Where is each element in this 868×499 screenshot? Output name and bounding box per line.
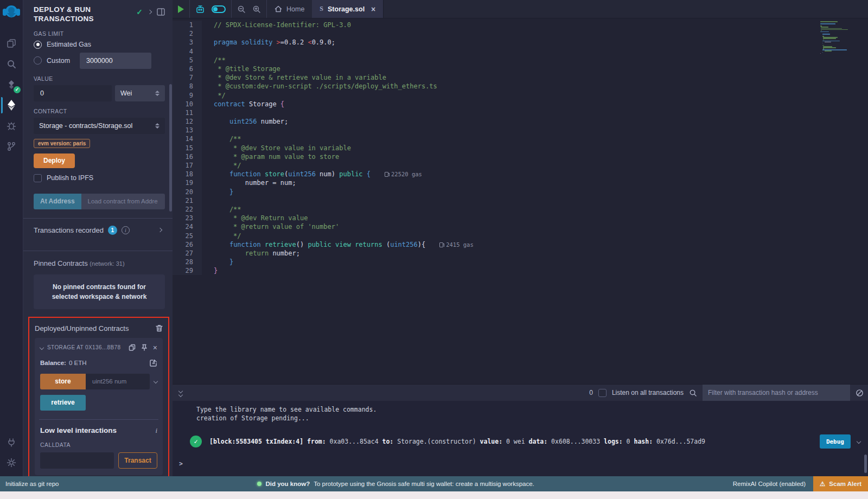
copy-address-icon[interactable] (129, 344, 136, 351)
deployed-contracts-title: Deployed/Unpinned Contracts (35, 324, 129, 332)
balance-label: Balance: (40, 360, 66, 366)
close-tab-icon[interactable]: × (371, 5, 375, 14)
terminal-filter-input[interactable] (703, 385, 850, 401)
calldata-input[interactable] (40, 452, 114, 469)
pin-panel-icon[interactable] (157, 8, 165, 16)
terminal-scrollbar[interactable] (864, 455, 867, 473)
remove-contract-icon[interactable]: × (153, 343, 157, 352)
deploy-run-icon[interactable] (1, 95, 22, 116)
trash-icon[interactable] (156, 324, 163, 332)
tx-success-icon: ✓ (190, 436, 202, 447)
solidity-compiler-icon[interactable]: ✓ (1, 74, 22, 95)
at-address-button[interactable]: At Address (34, 194, 81, 209)
settings-gear-icon[interactable] (1, 452, 22, 473)
balance-value: 0 ETH (69, 360, 87, 366)
zoom-out-icon[interactable] (237, 5, 246, 14)
low-level-label: Low level interactions (40, 426, 117, 434)
contract-instance-label: STORAGE AT 0X136...8B78 (47, 344, 120, 350)
code-line: 13 (173, 126, 868, 135)
git-init-status[interactable]: Initialize as git repo (5, 481, 59, 487)
transactions-info-icon[interactable]: i (122, 226, 130, 234)
calldata-label: CALLDATA (40, 442, 157, 448)
code-line: 1// SPDX-License-Identifier: GPL-3.0 (173, 21, 868, 29)
deployed-contract-card: STORAGE AT 0X136...8B78 × Balance: 0 ETH… (35, 338, 163, 475)
transaction-log-row[interactable]: ✓ [block:5583405 txIndex:4] from: 0xa03.… (190, 434, 868, 449)
store-arg-input[interactable] (86, 374, 150, 389)
tab-storage-sol[interactable]: S Storage.sol × (312, 0, 384, 18)
expand-tx-icon[interactable] (857, 439, 861, 444)
code-line: 21 (173, 196, 868, 205)
plugin-manager-icon[interactable] (1, 432, 22, 452)
store-function-button[interactable]: store (40, 374, 86, 389)
scam-alert-button[interactable]: ⚠ Scam Alert (813, 476, 868, 491)
edit-balance-icon[interactable] (150, 359, 157, 367)
pin-contract-icon[interactable] (141, 344, 148, 351)
clear-console-icon[interactable] (856, 389, 864, 397)
estimated-gas-radio[interactable] (34, 41, 42, 49)
remix-logo-icon[interactable] (3, 4, 20, 21)
at-address-input[interactable] (81, 194, 165, 209)
transactions-recorded-label: Transactions recorded (34, 226, 104, 234)
pending-tx-count: 0 (589, 389, 593, 396)
compile-success-badge: ✓ (14, 86, 21, 93)
home-icon (275, 5, 282, 12)
solidity-file-icon: S (320, 5, 323, 13)
icon-rail: ✓ (0, 0, 23, 476)
code-line: 11 (173, 108, 868, 117)
pinned-contracts-empty: No pinned contracts found for selected w… (34, 274, 165, 309)
code-line: 14 /** (173, 135, 868, 143)
run-script-icon[interactable] (178, 5, 184, 13)
debug-button[interactable]: Debug (820, 434, 851, 449)
contract-collapse-icon[interactable] (40, 346, 44, 350)
custom-gas-radio[interactable] (34, 56, 42, 65)
terminal-prompt[interactable]: > (179, 460, 183, 468)
deploy-run-panel: DEPLOY & RUN TRANSACTIONS ✓ GAS LIMIT Es… (23, 0, 173, 476)
code-line: 3pragma solidity >=0.8.2 <0.9.0; (173, 38, 868, 47)
code-line: 9 */ (173, 91, 868, 100)
low-level-info-icon[interactable]: i (155, 426, 157, 435)
pinned-contracts-title: Pinned Contracts (network: 31) (34, 259, 165, 267)
contract-select[interactable]: Storage - contracts/Storage.sol (34, 118, 165, 134)
code-line: 29} (173, 266, 868, 275)
code-line: 27 return number; (173, 249, 868, 258)
value-unit-select[interactable]: Wei (115, 85, 165, 101)
file-explorer-icon[interactable] (1, 33, 22, 54)
value-input[interactable] (34, 85, 112, 101)
code-line: 22 /** (173, 205, 868, 214)
code-line: 5/** (173, 56, 868, 65)
debugger-icon[interactable] (1, 116, 22, 136)
gas-limit-label: GAS LIMIT (34, 30, 165, 37)
publish-ipfs-checkbox[interactable] (34, 174, 42, 182)
custom-gas-option[interactable]: Custom (34, 53, 165, 69)
remixai-robot-icon[interactable] (195, 5, 205, 14)
listen-all-checkbox[interactable] (598, 389, 607, 397)
tab-home[interactable]: Home (267, 0, 312, 18)
copilot-status[interactable]: RemixAI Copilot (enabled) (733, 481, 806, 487)
remix-app: ✓ DEPLOY & RUN TRANSACTIONS ✓ GAS (0, 0, 868, 476)
copilot-toggle[interactable] (212, 5, 226, 13)
collapse-panel-icon[interactable] (148, 10, 152, 14)
listen-all-label: Listen on all transactions (612, 389, 684, 396)
collapse-terminal-icon[interactable] (179, 389, 182, 396)
terminal-body[interactable]: Type the library name to see available c… (173, 401, 868, 476)
custom-gas-input[interactable] (80, 53, 151, 69)
zoom-in-icon[interactable] (252, 5, 261, 14)
search-icon[interactable] (1, 54, 22, 74)
git-icon[interactable] (1, 136, 22, 157)
retrieve-function-button[interactable]: retrieve (40, 395, 86, 411)
panel-scrollbar[interactable] (169, 84, 172, 212)
transact-button[interactable]: Transact (118, 452, 157, 469)
transactions-expand-icon[interactable] (158, 228, 162, 232)
expand-store-icon[interactable] (154, 379, 158, 383)
terminal-bar: 0 Listen on all transactions (173, 385, 868, 401)
deploy-button[interactable]: Deploy (34, 153, 75, 168)
tx-summary: [block:5583405 txIndex:4] from: 0xa03...… (209, 438, 705, 445)
terminal-line: creation of Storage pending... (196, 414, 868, 423)
did-you-know-text: To prototype using the Gnosis safe multi… (314, 481, 534, 487)
estimated-gas-option[interactable]: Estimated Gas (34, 41, 165, 49)
publish-ipfs-option[interactable]: Publish to IPFS (34, 174, 165, 182)
window-edge (0, 491, 868, 499)
minimap[interactable] (820, 21, 863, 54)
code-editor[interactable]: 1// SPDX-License-Identifier: GPL-3.023pr… (173, 18, 868, 384)
transactions-count-badge: 1 (108, 226, 117, 235)
